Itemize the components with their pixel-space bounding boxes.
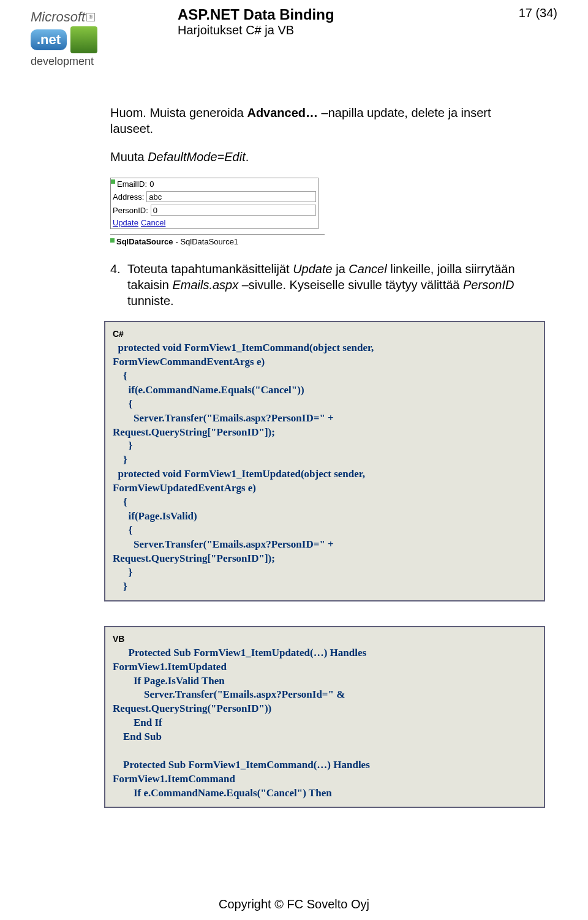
form-preview: EmailID: 0 Address: PersonID: Update Can… (110, 178, 325, 246)
ti: Cancel (349, 262, 386, 276)
text: Muuta (110, 150, 148, 164)
code-content: Protected Sub FormView1_ItemUpdated(…) H… (113, 647, 370, 799)
paragraph-defaultmode: Muuta DefaultMode=Edit. (110, 150, 533, 164)
page-title: ASP.NET Data Binding (178, 6, 508, 23)
sqldatasource-row: SqlDataSource - SqlDataSource1 (110, 237, 325, 246)
t: tunniste. (127, 294, 174, 307)
page-header: Microsoft ® .net development ASP.NET Dat… (31, 6, 557, 68)
ti: Emails.aspx (172, 278, 238, 292)
text-italic: DefaultMode=Edit (148, 150, 246, 164)
ti: PersonID (463, 278, 514, 292)
t: Toteuta tapahtumankäsittelijät (127, 262, 293, 276)
page-number: 17 (34) (508, 6, 557, 20)
logo-net-box: .net (31, 29, 67, 50)
form-label-address: Address: (113, 192, 144, 202)
form-value-emailid: 0 (149, 179, 154, 189)
footer-copyright: Copyright © FC Sovelto Oyj (0, 897, 588, 911)
paragraph-huom: Huom. Muista generoida Advanced… –napill… (110, 105, 533, 137)
logo-registered: ® (86, 13, 95, 21)
code-content: protected void FormView1_ItemCommand(obj… (113, 342, 374, 592)
logo-green-square-icon (70, 26, 97, 53)
link-cancel[interactable]: Cancel (141, 218, 165, 227)
code-lang-label: C# (113, 328, 537, 340)
step-text: Toteuta tapahtumankäsittelijät Update ja… (127, 261, 533, 309)
code-block-csharp: C# protected void FormView1_ItemCommand(… (104, 321, 545, 601)
text: . (246, 150, 249, 164)
step-4: 4. Toteuta tapahtumankäsittelijät Update… (110, 261, 533, 309)
form-input-address[interactable] (146, 191, 316, 202)
link-update[interactable]: Update (113, 218, 138, 227)
form-label-emailid: EmailID: (117, 179, 147, 189)
logo-text-top: Microsoft (31, 9, 85, 25)
logo-text-bottom: development (31, 55, 153, 68)
ti: Update (293, 262, 333, 276)
sqldatasource-bold: SqlDataSource (116, 237, 173, 246)
logo: Microsoft ® .net development (31, 6, 153, 68)
page-subtitle: Harjoitukset C# ja VB (178, 23, 508, 37)
t: –sivulle. Kyseiselle sivulle täytyy väli… (238, 278, 463, 292)
code-lang-label: VB (113, 633, 537, 645)
form-label-personid: PersonID: (113, 206, 148, 215)
text: Huom. Muista generoida (110, 106, 247, 119)
divider (110, 234, 325, 235)
sqldatasource-name: - SqlDataSource1 (175, 237, 238, 246)
title-block: ASP.NET Data Binding Harjoitukset C# ja … (153, 6, 508, 37)
form-input-personid[interactable] (151, 205, 316, 216)
code-block-vb: VB Protected Sub FormView1_ItemUpdated(…… (104, 626, 545, 808)
text-bold: Advanced… (247, 106, 318, 119)
t: ja (333, 262, 349, 276)
step-number: 4. (110, 261, 127, 309)
